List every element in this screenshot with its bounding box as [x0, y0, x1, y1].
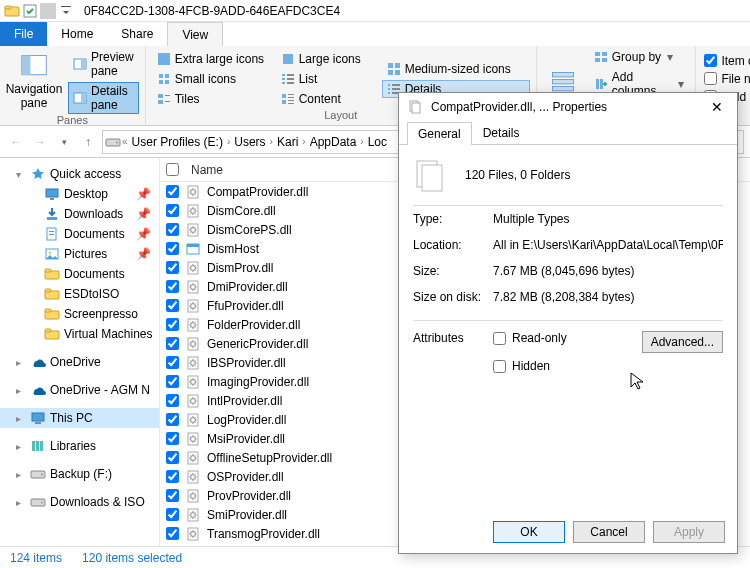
nav-item[interactable]: Desktop📌: [0, 184, 159, 204]
group-icon: [594, 50, 608, 64]
layout-large[interactable]: Large icons: [276, 50, 376, 68]
cancel-button[interactable]: Cancel: [573, 521, 645, 543]
item-checkboxes-toggle[interactable]: Item c: [702, 53, 750, 69]
svg-rect-119: [422, 165, 442, 191]
file-checkbox[interactable]: [166, 451, 179, 464]
svg-rect-69: [32, 413, 44, 421]
svg-rect-42: [552, 73, 573, 77]
svg-rect-32: [388, 63, 393, 68]
status-selected-count: 120 items selected: [82, 551, 182, 565]
qat-dropdown-icon[interactable]: [58, 3, 74, 19]
nav-item[interactable]: ▸This PC: [0, 408, 159, 428]
layout-tiles[interactable]: Tiles: [152, 90, 270, 108]
nav-back-button[interactable]: ←: [6, 132, 26, 152]
navigation-pane-button[interactable]: Navigation pane: [6, 48, 62, 114]
nav-item[interactable]: ▸Backup (F:): [0, 464, 159, 484]
file-checkbox[interactable]: [166, 432, 179, 445]
file-checkbox[interactable]: [166, 204, 179, 217]
nav-forward-button[interactable]: →: [30, 132, 50, 152]
file-checkbox[interactable]: [166, 413, 179, 426]
layout-extra-large[interactable]: Extra large icons: [152, 50, 270, 68]
ok-button[interactable]: OK: [493, 521, 565, 543]
svg-rect-17: [165, 95, 170, 96]
apply-button[interactable]: Apply: [653, 521, 725, 543]
nav-item[interactable]: ESDtoISO: [0, 284, 159, 304]
file-checkbox[interactable]: [166, 489, 179, 502]
tab-file[interactable]: File: [0, 22, 47, 46]
svg-rect-19: [283, 54, 293, 64]
file-checkbox[interactable]: [166, 375, 179, 388]
svg-rect-7: [81, 59, 86, 69]
properties-icon[interactable]: [22, 3, 38, 19]
svg-rect-21: [282, 78, 285, 80]
file-checkbox[interactable]: [166, 185, 179, 198]
svg-rect-16: [158, 100, 163, 104]
file-checkbox[interactable]: [166, 242, 179, 255]
filename-ext-toggle[interactable]: File n: [702, 71, 750, 87]
details-pane-button[interactable]: Details pane: [68, 82, 139, 114]
file-checkbox[interactable]: [166, 356, 179, 369]
file-checkbox[interactable]: [166, 299, 179, 312]
select-all-checkbox[interactable]: [166, 163, 179, 176]
file-checkbox[interactable]: [166, 223, 179, 236]
svg-rect-36: [388, 84, 390, 86]
nav-item[interactable]: ▸Libraries: [0, 436, 159, 456]
nav-item[interactable]: Documents: [0, 264, 159, 284]
layout-list[interactable]: List: [276, 70, 376, 88]
file-checkbox[interactable]: [166, 337, 179, 350]
file-checkbox[interactable]: [166, 394, 179, 407]
file-checkbox[interactable]: [166, 527, 179, 540]
svg-rect-9: [81, 93, 86, 103]
nav-item[interactable]: Pictures📌: [0, 244, 159, 264]
file-checkbox[interactable]: [166, 280, 179, 293]
svg-rect-85: [187, 244, 199, 247]
file-checkbox[interactable]: [166, 318, 179, 331]
list-icon: [281, 72, 295, 86]
svg-rect-13: [159, 80, 163, 84]
readonly-checkbox[interactable]: Read-only: [493, 331, 634, 345]
dialog-tab-general[interactable]: General: [407, 122, 472, 145]
nav-item[interactable]: Downloads📌: [0, 204, 159, 224]
nav-item[interactable]: ▸Downloads & ISO: [0, 492, 159, 512]
svg-rect-49: [596, 79, 599, 89]
preview-pane-button[interactable]: Preview pane: [68, 48, 139, 80]
dialog-tab-details[interactable]: Details: [472, 121, 531, 144]
group-by-button[interactable]: Group by▾: [589, 48, 690, 66]
layout-medium[interactable]: Medium-sized icons: [382, 60, 530, 78]
svg-rect-28: [288, 97, 294, 98]
prop-size-on-disk: 7.82 MB (8,208,384 bytes): [493, 290, 723, 304]
column-name[interactable]: Name: [185, 163, 229, 177]
hidden-checkbox[interactable]: Hidden: [493, 359, 723, 373]
file-checkbox[interactable]: [166, 470, 179, 483]
tiles-icon: [157, 92, 171, 106]
tab-share[interactable]: Share: [107, 22, 167, 46]
svg-rect-14: [165, 80, 169, 84]
chevron-down-icon: ▾: [678, 77, 684, 91]
chevron-down-icon: ▾: [667, 50, 673, 64]
nav-up-button[interactable]: ↑: [78, 132, 98, 152]
nav-item[interactable]: Virtual Machines: [0, 324, 159, 344]
nav-item[interactable]: ▸OneDrive - AGM N: [0, 380, 159, 400]
svg-rect-47: [595, 58, 600, 62]
svg-rect-50: [600, 79, 603, 89]
layout-small[interactable]: Small icons: [152, 70, 270, 88]
pin-icon: 📌: [136, 207, 151, 221]
advanced-button[interactable]: Advanced...: [642, 331, 723, 353]
nav-item[interactable]: ▾Quick access: [0, 164, 159, 184]
dialog-titlebar[interactable]: CompatProvider.dll, ... Properties ✕: [399, 93, 737, 121]
dialog-close-button[interactable]: ✕: [705, 99, 729, 115]
file-checkbox[interactable]: [166, 508, 179, 521]
svg-rect-33: [395, 63, 400, 68]
chevron-left-icon[interactable]: «: [121, 136, 129, 147]
pin-icon: 📌: [136, 247, 151, 261]
nav-item[interactable]: ▸OneDrive: [0, 352, 159, 372]
svg-rect-66: [45, 309, 51, 312]
file-checkbox[interactable]: [166, 261, 179, 274]
nav-item[interactable]: Documents📌: [0, 224, 159, 244]
layout-content[interactable]: Content: [276, 90, 376, 108]
navigation-tree[interactable]: ▾Quick accessDesktop📌Downloads📌Documents…: [0, 158, 160, 546]
nav-item[interactable]: Screenpresso: [0, 304, 159, 324]
tab-home[interactable]: Home: [47, 22, 107, 46]
tab-view[interactable]: View: [167, 22, 223, 46]
nav-recent-button[interactable]: ▾: [54, 132, 74, 152]
